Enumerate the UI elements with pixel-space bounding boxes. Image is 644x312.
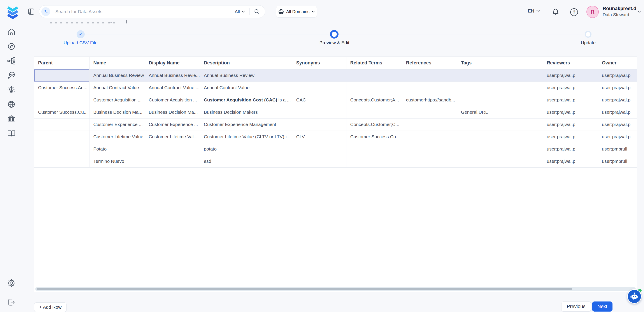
step-upload-complete-circle[interactable]: ✓: [76, 30, 85, 38]
user-menu[interactable]: Rounakpreet.d Data Steward: [603, 6, 636, 17]
cell-description[interactable]: Customer Acquisition Cost (CAC) is a ...: [200, 94, 292, 106]
cell-synonyms[interactable]: [292, 106, 346, 118]
ai-sparkle-icon[interactable]: [41, 7, 50, 16]
next-button[interactable]: Next: [592, 301, 612, 311]
user-chevron-icon[interactable]: [637, 11, 641, 13]
notifications-bell-icon[interactable]: [552, 8, 560, 16]
governance-bank-icon[interactable]: [7, 114, 16, 123]
cell-description[interactable]: asd: [200, 155, 292, 167]
cell-reviewers[interactable]: user:prajwal.p: [543, 143, 598, 155]
cell-synonyms[interactable]: [292, 143, 346, 155]
cell-synonyms[interactable]: [292, 118, 346, 131]
cell-reviewers[interactable]: user:prajwal.p: [543, 94, 598, 106]
cell-name[interactable]: Customer Acquisition ...: [89, 94, 145, 106]
cell-reviewers[interactable]: user:prajwal.p: [543, 155, 598, 167]
cell-owner[interactable]: user:prajwal.p: [598, 131, 637, 143]
cell-tags[interactable]: [457, 69, 543, 82]
cell-references[interactable]: [402, 106, 457, 118]
cell-synonyms[interactable]: [292, 82, 346, 94]
all-domains-dropdown[interactable]: All Domains: [276, 6, 317, 18]
cell-parent[interactable]: [34, 94, 89, 106]
cell-parent[interactable]: Customer Success.Cu...: [34, 106, 89, 118]
cell-description[interactable]: Business Decision Makers: [200, 106, 292, 118]
cell-references[interactable]: customerhttps://sandb...: [402, 94, 457, 106]
language-selector[interactable]: EN: [528, 8, 540, 14]
add-row-button[interactable]: + Add Row: [34, 302, 66, 312]
cell-parent[interactable]: [34, 131, 89, 143]
search-scope-dropdown[interactable]: All: [235, 9, 245, 14]
cell-owner[interactable]: user:prajwal.p: [598, 118, 637, 131]
cell-name[interactable]: Annual Contract Value: [89, 82, 145, 94]
cell-display_name[interactable]: Annual Contract Value ...: [145, 82, 200, 94]
cell-synonyms[interactable]: [292, 155, 346, 167]
cell-synonyms[interactable]: CAC: [292, 94, 346, 106]
cell-description[interactable]: potato: [200, 143, 292, 155]
cell-parent[interactable]: [34, 69, 89, 82]
cell-name[interactable]: Annual Business Review: [89, 69, 145, 82]
app-logo[interactable]: [6, 5, 20, 19]
glossary-book-icon[interactable]: [7, 129, 16, 138]
cell-related_terms[interactable]: Concepts.Customer;C...: [346, 118, 402, 131]
cell-related_terms[interactable]: [346, 155, 402, 167]
lineage-icon[interactable]: [7, 56, 16, 66]
cell-reviewers[interactable]: user:prajwal.p: [543, 82, 598, 94]
help-icon[interactable]: ?: [570, 8, 578, 16]
step-label-upload[interactable]: Upload CSV File: [52, 40, 109, 45]
cell-display_name[interactable]: [145, 155, 200, 167]
cell-tags[interactable]: [457, 94, 543, 106]
cell-reviewers[interactable]: user:prajwal.p: [543, 131, 598, 143]
cell-synonyms[interactable]: CLV: [292, 131, 346, 143]
cell-name[interactable]: Customer Experience ...: [89, 118, 145, 131]
cell-tags[interactable]: [457, 155, 543, 167]
previous-button[interactable]: Previous: [561, 301, 591, 311]
cell-references[interactable]: [402, 118, 457, 131]
cell-reviewers[interactable]: user:prajwal.p: [543, 118, 598, 131]
cell-display_name[interactable]: [145, 143, 200, 155]
horizontal-scrollbar-thumb[interactable]: [36, 288, 572, 290]
cell-tags[interactable]: [457, 131, 543, 143]
cell-related_terms[interactable]: [346, 69, 402, 82]
search-input[interactable]: [55, 9, 235, 15]
cell-description[interactable]: Customer Lifetime Value (CLTV or LTV) i.…: [200, 131, 292, 143]
cell-related_terms[interactable]: [346, 82, 402, 94]
step-preview-active-circle[interactable]: [330, 30, 338, 39]
cell-display_name[interactable]: Customer Acquisition ...: [145, 94, 200, 106]
cell-tags[interactable]: [457, 82, 543, 94]
cell-references[interactable]: [402, 155, 457, 167]
cell-owner[interactable]: user:pmbrull: [598, 143, 637, 155]
cell-display_name[interactable]: Customer Experience ...: [145, 118, 200, 131]
cell-owner[interactable]: user:pmbrull: [598, 155, 637, 167]
cell-name[interactable]: Potato: [89, 143, 145, 155]
cell-name[interactable]: Customer Lifetime Value: [89, 131, 145, 143]
settings-gear-icon[interactable]: [7, 278, 16, 288]
cell-description[interactable]: Annual Business Review: [200, 69, 292, 82]
chatbot-icon[interactable]: [627, 289, 642, 304]
cell-parent[interactable]: [34, 143, 89, 155]
observability-icon[interactable]: [7, 71, 16, 80]
cell-references[interactable]: [402, 82, 457, 94]
explore-compass-icon[interactable]: [7, 42, 16, 51]
cell-parent[interactable]: [34, 155, 89, 167]
cell-related_terms[interactable]: [346, 106, 402, 118]
cell-owner[interactable]: user:prajwal.p: [598, 94, 637, 106]
user-avatar[interactable]: R: [586, 6, 599, 18]
sidebar-toggle-icon[interactable]: [28, 9, 34, 15]
cell-display_name[interactable]: Annual Business Revie...: [145, 69, 200, 82]
cell-parent[interactable]: [34, 118, 89, 131]
home-icon[interactable]: [7, 27, 16, 37]
search-icon[interactable]: [254, 9, 260, 15]
cell-tags[interactable]: [457, 143, 543, 155]
cell-description[interactable]: Customer Experience Management: [200, 118, 292, 131]
domains-globe-icon[interactable]: [7, 100, 16, 109]
cell-description[interactable]: Annual Contract Value: [200, 82, 292, 94]
cell-parent[interactable]: Customer Success.An...: [34, 82, 89, 94]
cell-related_terms[interactable]: Customer Success.Cu...: [346, 131, 402, 143]
cell-reviewers[interactable]: user:prajwal.p: [543, 69, 598, 82]
cell-tags[interactable]: [457, 118, 543, 131]
cell-owner[interactable]: user:prajwal.p: [598, 69, 637, 82]
cell-owner[interactable]: user:prajwal.p: [598, 106, 637, 118]
cell-name[interactable]: Business Decision Ma...: [89, 106, 145, 118]
cell-owner[interactable]: user:prajwal.p: [598, 82, 637, 94]
logout-icon[interactable]: [7, 297, 16, 307]
cell-references[interactable]: [402, 143, 457, 155]
